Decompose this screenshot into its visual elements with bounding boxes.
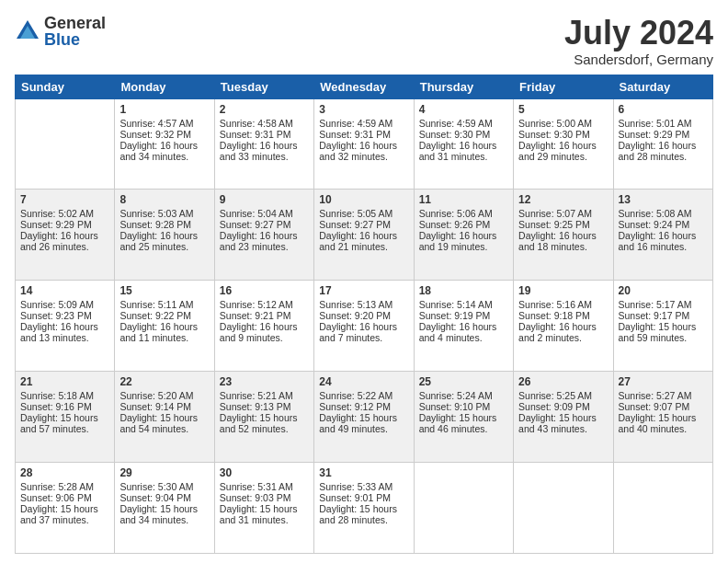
- daylight-text: Daylight: 16 hours and 26 minutes.: [20, 230, 98, 252]
- table-row: 16 Sunrise: 5:12 AM Sunset: 9:21 PM Dayl…: [214, 281, 313, 372]
- daylight-text: Daylight: 16 hours and 19 minutes.: [419, 230, 497, 252]
- day-number: 30: [220, 466, 309, 479]
- sunset-text: Sunset: 9:31 PM: [319, 129, 391, 140]
- sunset-text: Sunset: 9:16 PM: [20, 401, 92, 412]
- day-number: 10: [319, 193, 408, 206]
- sunset-text: Sunset: 9:13 PM: [220, 401, 291, 412]
- daylight-text: Daylight: 16 hours and 9 minutes.: [220, 321, 298, 343]
- sunset-text: Sunset: 9:06 PM: [20, 492, 92, 503]
- sunrise-text: Sunrise: 5:25 AM: [518, 390, 592, 401]
- daylight-text: Daylight: 15 hours and 34 minutes.: [119, 503, 198, 525]
- day-number: 29: [119, 466, 209, 479]
- table-row: 2 Sunrise: 4:58 AM Sunset: 9:31 PM Dayli…: [214, 98, 313, 190]
- daylight-text: Daylight: 16 hours and 25 minutes.: [119, 230, 198, 252]
- sunset-text: Sunset: 9:22 PM: [119, 310, 191, 321]
- daylight-text: Daylight: 16 hours and 31 minutes.: [419, 140, 497, 162]
- sunset-text: Sunset: 9:21 PM: [220, 310, 291, 321]
- table-row: 31 Sunrise: 5:33 AM Sunset: 9:01 PM Dayl…: [314, 463, 414, 554]
- table-row: 26 Sunrise: 5:25 AM Sunset: 9:09 PM Dayl…: [514, 372, 613, 463]
- day-number: 1: [119, 103, 209, 116]
- table-row: 4 Sunrise: 4:59 AM Sunset: 9:30 PM Dayli…: [414, 98, 513, 190]
- col-tuesday: Tuesday: [214, 75, 313, 98]
- table-row: 27 Sunrise: 5:27 AM Sunset: 9:07 PM Dayl…: [613, 372, 712, 463]
- table-row: 14 Sunrise: 5:09 AM Sunset: 9:23 PM Dayl…: [16, 281, 115, 372]
- calendar-week-row: 21 Sunrise: 5:18 AM Sunset: 9:16 PM Dayl…: [16, 372, 713, 463]
- table-row: 15 Sunrise: 5:11 AM Sunset: 9:22 PM Dayl…: [115, 281, 214, 372]
- sunrise-text: Sunrise: 5:17 AM: [619, 299, 692, 310]
- table-row: 3 Sunrise: 4:59 AM Sunset: 9:31 PM Dayli…: [314, 98, 414, 190]
- calendar-week-row: 1 Sunrise: 4:57 AM Sunset: 9:32 PM Dayli…: [16, 98, 713, 190]
- calendar-header-row: Sunday Monday Tuesday Wednesday Thursday…: [16, 75, 713, 98]
- sunset-text: Sunset: 9:31 PM: [220, 129, 291, 140]
- sunrise-text: Sunrise: 5:27 AM: [619, 390, 692, 401]
- sunrise-text: Sunrise: 5:13 AM: [319, 299, 392, 310]
- day-number: 22: [119, 375, 209, 388]
- sunrise-text: Sunrise: 5:31 AM: [220, 481, 293, 492]
- sunset-text: Sunset: 9:30 PM: [518, 129, 590, 140]
- table-row: 23 Sunrise: 5:21 AM Sunset: 9:13 PM Dayl…: [214, 372, 313, 463]
- day-number: 15: [119, 284, 209, 297]
- header: General Blue July 2024 Sandersdorf, Germ…: [15, 15, 713, 67]
- table-row: 18 Sunrise: 5:14 AM Sunset: 9:19 PM Dayl…: [414, 281, 513, 372]
- location-subtitle: Sandersdorf, Germany: [564, 52, 713, 67]
- daylight-text: Daylight: 15 hours and 59 minutes.: [619, 321, 697, 343]
- sunset-text: Sunset: 9:26 PM: [419, 219, 491, 230]
- sunset-text: Sunset: 9:17 PM: [619, 310, 690, 321]
- sunrise-text: Sunrise: 5:03 AM: [119, 208, 193, 219]
- sunrise-text: Sunrise: 5:24 AM: [419, 390, 493, 401]
- sunrise-text: Sunrise: 5:02 AM: [20, 208, 94, 219]
- table-row: 7 Sunrise: 5:02 AM Sunset: 9:29 PM Dayli…: [16, 190, 115, 281]
- month-title: July 2024: [564, 15, 713, 52]
- sunset-text: Sunset: 9:12 PM: [319, 401, 391, 412]
- day-number: 27: [619, 375, 708, 388]
- col-saturday: Saturday: [613, 75, 712, 98]
- day-number: 23: [220, 375, 309, 388]
- sunset-text: Sunset: 9:27 PM: [319, 219, 391, 230]
- day-number: 12: [518, 193, 608, 206]
- sunrise-text: Sunrise: 4:59 AM: [319, 118, 392, 129]
- sunset-text: Sunset: 9:25 PM: [518, 219, 590, 230]
- day-number: 28: [20, 466, 109, 479]
- sunrise-text: Sunrise: 5:07 AM: [518, 208, 592, 219]
- day-number: 3: [319, 103, 408, 116]
- sunrise-text: Sunrise: 5:05 AM: [319, 208, 392, 219]
- sunset-text: Sunset: 9:28 PM: [119, 219, 191, 230]
- table-row: 25 Sunrise: 5:24 AM Sunset: 9:10 PM Dayl…: [414, 372, 513, 463]
- day-number: 24: [319, 375, 408, 388]
- table-row: 24 Sunrise: 5:22 AM Sunset: 9:12 PM Dayl…: [314, 372, 414, 463]
- logo-text: General Blue: [44, 15, 106, 48]
- table-row: 1 Sunrise: 4:57 AM Sunset: 9:32 PM Dayli…: [115, 98, 214, 190]
- logo-blue: Blue: [44, 31, 106, 48]
- day-number: 6: [619, 103, 708, 116]
- sunset-text: Sunset: 9:14 PM: [119, 401, 191, 412]
- daylight-text: Daylight: 15 hours and 31 minutes.: [220, 503, 298, 525]
- day-number: 2: [220, 103, 309, 116]
- sunset-text: Sunset: 9:07 PM: [619, 401, 690, 412]
- sunrise-text: Sunrise: 5:14 AM: [419, 299, 493, 310]
- day-number: 14: [20, 284, 109, 297]
- sunset-text: Sunset: 9:20 PM: [319, 310, 391, 321]
- table-row: 22 Sunrise: 5:20 AM Sunset: 9:14 PM Dayl…: [115, 372, 214, 463]
- day-number: 25: [419, 375, 508, 388]
- title-block: July 2024 Sandersdorf, Germany: [564, 15, 713, 67]
- sunset-text: Sunset: 9:10 PM: [419, 401, 491, 412]
- table-row: 8 Sunrise: 5:03 AM Sunset: 9:28 PM Dayli…: [115, 190, 214, 281]
- daylight-text: Daylight: 16 hours and 23 minutes.: [220, 230, 298, 252]
- sunset-text: Sunset: 9:09 PM: [518, 401, 590, 412]
- sunset-text: Sunset: 9:30 PM: [419, 129, 491, 140]
- table-row: [613, 463, 712, 554]
- sunrise-text: Sunrise: 4:58 AM: [220, 118, 293, 129]
- sunrise-text: Sunrise: 5:12 AM: [220, 299, 293, 310]
- sunrise-text: Sunrise: 5:20 AM: [119, 390, 193, 401]
- sunrise-text: Sunrise: 5:30 AM: [119, 481, 193, 492]
- day-number: 7: [20, 193, 109, 206]
- sunrise-text: Sunrise: 5:21 AM: [220, 390, 293, 401]
- calendar-week-row: 28 Sunrise: 5:28 AM Sunset: 9:06 PM Dayl…: [16, 463, 713, 554]
- day-number: 8: [119, 193, 209, 206]
- sunset-text: Sunset: 9:03 PM: [220, 492, 291, 503]
- sunrise-text: Sunrise: 5:00 AM: [518, 118, 592, 129]
- table-row: 10 Sunrise: 5:05 AM Sunset: 9:27 PM Dayl…: [314, 190, 414, 281]
- table-row: [514, 463, 613, 554]
- col-thursday: Thursday: [414, 75, 513, 98]
- table-row: 20 Sunrise: 5:17 AM Sunset: 9:17 PM Dayl…: [613, 281, 712, 372]
